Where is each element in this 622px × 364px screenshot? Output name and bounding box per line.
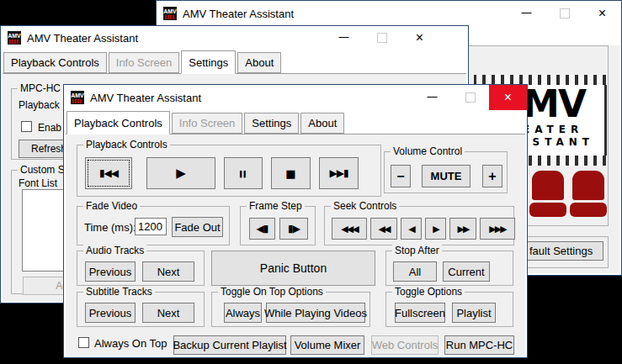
seek-controls-groupbox: Seek Controls ◀◀◀ ◀◀ ◀ ▶ ▶▶ ▶▶▶ bbox=[324, 206, 514, 245]
close-icon: × bbox=[416, 31, 423, 45]
stop-after-all-button[interactable]: All bbox=[393, 261, 437, 282]
toggle-options-groupbox: Toggle Options Fullscreen Playlist bbox=[385, 292, 513, 327]
seek-forward-medium-button[interactable]: ▶▶ bbox=[449, 218, 476, 240]
font-list-label: Font List bbox=[19, 177, 57, 189]
minimize-icon: — bbox=[339, 31, 349, 43]
always-on-top-checkbox[interactable] bbox=[78, 337, 89, 348]
audio-previous-button[interactable]: Previous bbox=[85, 261, 136, 282]
audio-next-button[interactable]: Next bbox=[142, 261, 194, 282]
tab-info-screen[interactable]: Info Screen bbox=[172, 113, 243, 134]
titlebar[interactable]: AMV AMV Theater Assistant — × bbox=[157, 1, 621, 26]
fade-time-input[interactable] bbox=[135, 218, 167, 235]
frame-step-groupbox: Frame Step ◀▮ ▮▶ bbox=[240, 206, 316, 245]
maximize-button[interactable] bbox=[545, 1, 583, 26]
subtitle-tracks-group-label: Subtitle Tracks bbox=[83, 286, 155, 298]
skip-next-icon: ▶▶▮ bbox=[329, 167, 348, 179]
tab-info-screen[interactable]: Info Screen bbox=[109, 52, 180, 73]
custom-group-label: Custom S bbox=[18, 164, 67, 176]
tab-about[interactable]: About bbox=[237, 52, 281, 73]
stop-button[interactable]: ■ bbox=[271, 157, 311, 189]
while-playing-videos-button[interactable]: While Playing Videos bbox=[266, 303, 365, 323]
seek-forward-small-button[interactable]: ▶ bbox=[425, 218, 446, 240]
panic-button[interactable]: Panic Button bbox=[211, 251, 375, 286]
minimize-button[interactable]: — bbox=[325, 26, 363, 50]
fullscreen-button[interactable]: Fullscreen bbox=[395, 303, 445, 323]
seek-back-large-button[interactable]: ◀◀◀ bbox=[332, 218, 367, 240]
app-icon-text: AMV bbox=[8, 33, 21, 39]
volume-mixer-button[interactable]: Volume Mixer bbox=[290, 335, 364, 355]
playback-tabpage: Playback Controls ▮◀◀ ▶ ▮▮ ■ ▶▶▮ Volume … bbox=[66, 134, 525, 356]
maximize-icon bbox=[560, 8, 570, 18]
stop-icon: ■ bbox=[285, 167, 295, 180]
seek-back-medium-button[interactable]: ◀◀ bbox=[370, 218, 397, 240]
close-button[interactable]: × bbox=[489, 85, 527, 110]
close-button[interactable]: × bbox=[583, 1, 621, 26]
play-button[interactable]: ▶ bbox=[146, 157, 215, 189]
frame-step-back-button[interactable]: ◀▮ bbox=[249, 218, 275, 240]
minimize-button[interactable]: — bbox=[413, 85, 451, 110]
volume-down-button[interactable]: − bbox=[391, 165, 411, 187]
tab-strip: Playback Controls Info Screen Settings A… bbox=[1, 50, 468, 73]
tab-about[interactable]: About bbox=[300, 113, 344, 134]
subtitle-next-button[interactable]: Next bbox=[142, 303, 194, 323]
toggle-options-group-label: Toggle Options bbox=[392, 286, 465, 298]
seek-forward-medium-icon: ▶▶ bbox=[458, 224, 469, 235]
titlebar[interactable]: AMV AMV Theater Assistant — × bbox=[1, 26, 468, 50]
volume-up-button[interactable]: + bbox=[482, 165, 502, 187]
seek-back-small-icon: ◀ bbox=[408, 224, 413, 235]
window-amv-playback: AMV AMV Theater Assistant — × Playback C… bbox=[63, 84, 528, 358]
tab-settings[interactable]: Settings bbox=[181, 50, 236, 74]
close-button[interactable]: × bbox=[401, 26, 439, 50]
minimize-button[interactable]: — bbox=[508, 1, 545, 26]
window-title: AMV Theater Assistant bbox=[183, 8, 294, 20]
stop-after-current-button[interactable]: Current bbox=[443, 261, 490, 282]
skip-next-button[interactable]: ▶▶▮ bbox=[319, 157, 359, 189]
maximize-button[interactable] bbox=[363, 26, 401, 50]
seek-forward-large-button[interactable]: ▶▶▶ bbox=[480, 218, 515, 240]
frame-step-back-icon: ◀▮ bbox=[257, 223, 268, 235]
play-icon: ▶ bbox=[176, 166, 186, 181]
pause-icon: ▮▮ bbox=[240, 168, 247, 179]
fade-out-button[interactable]: Fade Out bbox=[172, 217, 223, 237]
subtitle-previous-button[interactable]: Previous bbox=[85, 303, 136, 323]
tab-settings[interactable]: Settings bbox=[244, 113, 299, 134]
tab-playback-controls[interactable]: Playback Controls bbox=[66, 111, 170, 135]
volume-down-icon: − bbox=[396, 169, 404, 184]
app-icon-text: AMV bbox=[163, 8, 177, 14]
tab-playback-controls[interactable]: Playback Controls bbox=[3, 52, 107, 73]
playlist-button[interactable]: Playlist bbox=[452, 303, 496, 323]
window-title: AMV Theater Assistant bbox=[90, 92, 201, 104]
theater-seat bbox=[570, 171, 607, 218]
minimize-icon: — bbox=[522, 7, 532, 18]
minimize-icon: — bbox=[428, 91, 438, 103]
seek-back-small-button[interactable]: ◀ bbox=[401, 218, 422, 240]
subtitle-tracks-groupbox: Subtitle Tracks Previous Next bbox=[77, 292, 205, 327]
tab-strip: Playback Controls Info Screen Settings A… bbox=[64, 110, 527, 134]
maximize-icon bbox=[465, 92, 476, 103]
app-icon-seats bbox=[72, 99, 82, 103]
mute-button[interactable]: MUTE bbox=[422, 165, 470, 187]
backup-playlist-button[interactable]: Backup Current Playlist bbox=[173, 335, 286, 355]
theater-seat bbox=[529, 171, 566, 218]
enable-checkbox-label: Enab bbox=[38, 122, 61, 134]
mute-label: MUTE bbox=[431, 170, 462, 182]
playback-label: Playback bbox=[19, 99, 60, 111]
skip-previous-icon: ▮◀◀ bbox=[99, 167, 118, 179]
titlebar[interactable]: AMV AMV Theater Assistant — × bbox=[64, 85, 527, 110]
close-icon: × bbox=[598, 7, 606, 20]
maximize-button[interactable] bbox=[451, 85, 489, 110]
enable-checkbox[interactable] bbox=[21, 121, 32, 132]
amv-app-icon: AMV bbox=[163, 7, 177, 20]
close-icon: × bbox=[504, 91, 512, 104]
web-controls-button[interactable]: Web Controls bbox=[371, 335, 439, 355]
frame-step-forward-button[interactable]: ▮▶ bbox=[279, 218, 308, 240]
run-mpc-hc-button[interactable]: Run MPC-HC bbox=[444, 335, 514, 355]
amv-app-icon: AMV bbox=[71, 91, 84, 104]
always-button[interactable]: Always bbox=[224, 303, 262, 323]
maximize-icon bbox=[377, 33, 387, 43]
frame-step-group-label: Frame Step bbox=[247, 200, 305, 212]
pause-button[interactable]: ▮▮ bbox=[224, 157, 263, 189]
stop-after-groupbox: Stop After All Current bbox=[385, 251, 513, 286]
app-icon-text: AMV bbox=[71, 92, 84, 98]
skip-previous-button[interactable]: ▮◀◀ bbox=[85, 157, 132, 189]
